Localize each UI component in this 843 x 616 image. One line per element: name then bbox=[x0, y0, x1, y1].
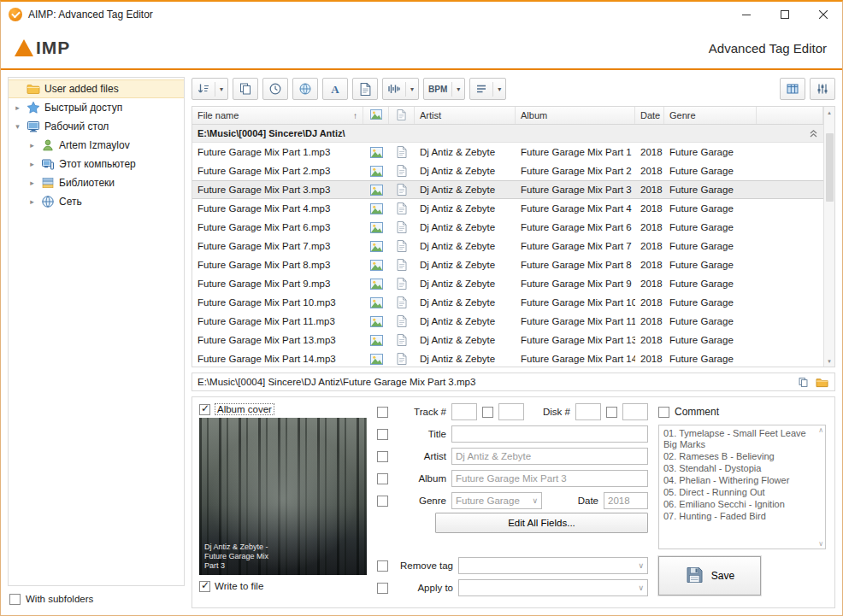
globe-icon bbox=[298, 82, 312, 96]
remove-tag-checkbox[interactable] bbox=[377, 560, 388, 572]
close-button[interactable] bbox=[804, 2, 842, 27]
sidebar-item-user-added-files[interactable]: User added files bbox=[9, 79, 184, 98]
remove-tag-select[interactable]: ∨ bbox=[458, 557, 648, 574]
tracklist-item[interactable]: 06. Emiliano Secchi - Ignition bbox=[663, 499, 815, 510]
expand-arrow-icon[interactable]: ▸ bbox=[12, 103, 23, 112]
track-total-input[interactable] bbox=[498, 403, 524, 420]
tracklist-item[interactable]: 05. Direct - Running Out bbox=[663, 487, 815, 498]
column-header-date[interactable]: Date bbox=[635, 107, 664, 124]
track-number-input[interactable] bbox=[451, 403, 477, 420]
title-checkbox[interactable] bbox=[377, 429, 388, 440]
column-header-genre[interactable]: Genre bbox=[664, 107, 757, 124]
sidebar-item-libraries[interactable]: ▸Библиотеки bbox=[9, 173, 184, 192]
table-row[interactable]: Future Garage Mix Part 1.mp3Dj Antiz & Z… bbox=[192, 143, 823, 161]
tracklist[interactable]: ∧ 01. Tymelapse - Small Feet Leave Big M… bbox=[658, 425, 826, 549]
online-lookup-button[interactable] bbox=[292, 78, 318, 100]
tracklist-item[interactable]: 01. Tymelapse - Small Feet Leave Big Mar… bbox=[663, 428, 815, 449]
scroll-down-icon[interactable]: ▾ bbox=[824, 355, 834, 367]
apply-to-select[interactable]: ∨ bbox=[458, 579, 648, 596]
artist-input[interactable] bbox=[451, 448, 648, 465]
sidebar-item-desktop[interactable]: ▾Рабочий стол bbox=[9, 117, 184, 136]
columns-button[interactable] bbox=[780, 78, 805, 100]
table-row[interactable]: Future Garage Mix Part 4.mp3Dj Antiz & Z… bbox=[192, 199, 823, 218]
genre-select[interactable]: Future Garage ∨ bbox=[451, 492, 542, 509]
open-folder-button[interactable] bbox=[814, 374, 829, 390]
expand-arrow-icon[interactable]: ▾ bbox=[12, 122, 23, 131]
expand-arrow-icon[interactable]: ▸ bbox=[27, 141, 38, 150]
time-button[interactable] bbox=[262, 78, 288, 100]
write-to-file-checkbox[interactable] bbox=[199, 581, 210, 592]
libraries-icon bbox=[41, 176, 56, 190]
bpm-button[interactable]: BPM ▾ bbox=[423, 78, 465, 100]
table-scrollbar[interactable]: ▴ ▾ bbox=[823, 107, 834, 367]
expand-arrow-icon[interactable]: ▸ bbox=[27, 179, 38, 187]
track-checkbox[interactable] bbox=[377, 407, 388, 418]
table-row[interactable]: Future Garage Mix Part 7.mp3Dj Antiz & Z… bbox=[192, 237, 823, 255]
filter-button[interactable] bbox=[810, 78, 835, 100]
sidebar-item-quick-access[interactable]: ▸Быстрый доступ bbox=[9, 98, 184, 117]
table-row[interactable]: Future Garage Mix Part 9.mp3Dj Antiz & Z… bbox=[192, 274, 823, 293]
edit-all-fields-button[interactable]: Edit All Fields... bbox=[435, 513, 648, 533]
genre-checkbox[interactable] bbox=[377, 496, 388, 507]
lyrics-button[interactable] bbox=[352, 78, 378, 100]
minimize-button[interactable] bbox=[727, 2, 765, 27]
with-subfolders-checkbox[interactable] bbox=[9, 594, 21, 605]
edit-all-row: Edit All Fields... bbox=[377, 513, 648, 532]
column-header-cover[interactable] bbox=[363, 107, 389, 124]
scrollbar-thumb[interactable] bbox=[826, 133, 834, 202]
column-header-artist[interactable]: Artist bbox=[415, 107, 516, 124]
column-header-filename[interactable]: File name ↑ bbox=[192, 107, 363, 124]
album-cover-checkbox[interactable] bbox=[199, 404, 210, 415]
album-input[interactable] bbox=[451, 470, 648, 487]
sidebar-item-label: Быстрый доступ bbox=[44, 102, 122, 114]
comment-checkbox[interactable] bbox=[658, 407, 669, 418]
table-row[interactable]: Future Garage Mix Part 14.mp3Dj Antiz & … bbox=[192, 349, 823, 367]
date-input[interactable] bbox=[604, 492, 648, 509]
group-header[interactable]: E:\Music\[0004] Sincere\DJ Antiz\ bbox=[192, 125, 823, 143]
scheme-button[interactable]: ▾ bbox=[469, 78, 506, 100]
table-row[interactable]: Future Garage Mix Part 6.mp3Dj Antiz & Z… bbox=[192, 218, 823, 237]
expand-arrow-icon[interactable]: ▸ bbox=[27, 160, 38, 168]
apply-to-checkbox[interactable] bbox=[377, 583, 388, 594]
maximize-button[interactable] bbox=[765, 2, 804, 27]
scroll-down-icon[interactable]: ∨ bbox=[818, 540, 823, 548]
cell-album: Future Garage Mix Part 6 bbox=[516, 222, 635, 232]
column-header-album[interactable]: Album bbox=[516, 107, 635, 124]
table-row[interactable]: Future Garage Mix Part 10.mp3Dj Antiz & … bbox=[192, 293, 823, 312]
sidebar-item-network[interactable]: ▸Сеть bbox=[9, 192, 184, 211]
disk-number-input[interactable] bbox=[575, 403, 601, 420]
expand-arrow-icon[interactable]: ▸ bbox=[27, 197, 38, 206]
letter-case-button[interactable]: A bbox=[322, 78, 348, 100]
album-cover-image[interactable]: Dj Antiz & Zebyte - Future Garage Mix Pa… bbox=[199, 418, 367, 575]
table-row[interactable]: Future Garage Mix Part 11.mp3Dj Antiz & … bbox=[192, 312, 823, 331]
table-row[interactable]: Future Garage Mix Part 2.mp3Dj Antiz & Z… bbox=[192, 161, 823, 180]
cell-date: 2018 bbox=[635, 335, 664, 345]
tracklist-item[interactable]: 04. Phelian - Withering Flower bbox=[663, 475, 815, 486]
network-icon bbox=[41, 195, 56, 208]
disk-total-input[interactable] bbox=[622, 403, 648, 420]
table-row[interactable]: Future Garage Mix Part 13.mp3Dj Antiz & … bbox=[192, 331, 823, 349]
sidebar-item-this-computer[interactable]: ▸Этот компьютер bbox=[9, 155, 184, 173]
track-total-checkbox[interactable] bbox=[482, 407, 493, 418]
sort-button[interactable]: ▾ bbox=[192, 78, 228, 100]
table-row[interactable]: Future Garage Mix Part 8.mp3Dj Antiz & Z… bbox=[192, 255, 823, 274]
collapse-group-icon[interactable] bbox=[809, 129, 818, 138]
chevron-down-icon: ▾ bbox=[220, 85, 223, 93]
tracklist-item[interactable]: 03. Stendahl - Dystopia bbox=[663, 463, 815, 474]
tracklist-item[interactable]: 02. Rameses B - Believing bbox=[663, 451, 815, 462]
table-row[interactable]: Future Garage Mix Part 3.mp3Dj Antiz & Z… bbox=[192, 180, 823, 199]
copy-path-button[interactable] bbox=[795, 374, 811, 390]
tracklist-item[interactable]: 07. Hunting - Faded Bird bbox=[663, 511, 815, 522]
scroll-up-icon[interactable]: ∧ bbox=[818, 426, 823, 434]
title-input[interactable] bbox=[451, 425, 648, 443]
disk-total-checkbox[interactable] bbox=[606, 407, 617, 418]
scroll-up-icon[interactable]: ▴ bbox=[824, 107, 834, 118]
save-button[interactable]: Save bbox=[658, 556, 761, 595]
copy-tags-button[interactable] bbox=[233, 78, 258, 100]
waveform-button[interactable]: ▾ bbox=[382, 78, 419, 100]
album-checkbox[interactable] bbox=[377, 473, 388, 484]
column-header-lyrics[interactable] bbox=[389, 107, 415, 124]
sidebar-item-artem-izmaylov[interactable]: ▸Artem Izmaylov bbox=[9, 136, 184, 155]
cell-date: 2018 bbox=[635, 316, 664, 326]
artist-checkbox[interactable] bbox=[377, 451, 388, 462]
